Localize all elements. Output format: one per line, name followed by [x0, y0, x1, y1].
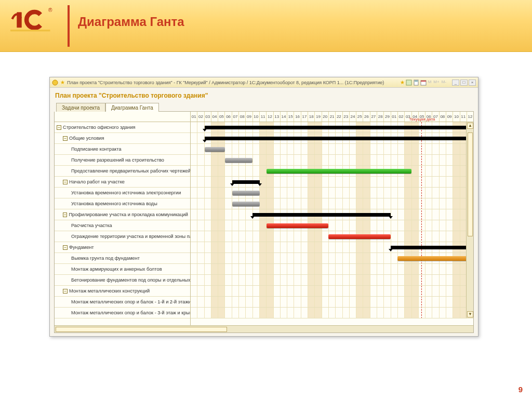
summary-bar[interactable]: [205, 137, 473, 140]
collapse-icon[interactable]: −: [63, 136, 68, 141]
task-row[interactable]: −Начало работ на участке: [55, 177, 190, 188]
app-icon: [52, 79, 58, 86]
task-row[interactable]: −Фундамент: [55, 242, 190, 253]
task-header: [55, 112, 190, 122]
task-row[interactable]: Монтаж металлических опор и балок - 1-й …: [55, 297, 190, 308]
star-icon[interactable]: ★: [400, 79, 405, 86]
tab-gantt[interactable]: Диаграмма Ганта: [105, 103, 159, 112]
vertical-scrollbar[interactable]: ▲ ▼: [466, 122, 473, 318]
svg-point-2: [52, 80, 58, 85]
horizontal-scrollbar[interactable]: [55, 325, 473, 332]
vscroll-thumb[interactable]: [468, 132, 473, 236]
task-row[interactable]: Монтаж армирующих и анкерных болтов: [55, 264, 190, 275]
task-label: Монтаж металлических конструкций: [69, 288, 150, 294]
summary-bar[interactable]: [252, 213, 390, 217]
hscroll-thumb[interactable]: [56, 327, 227, 332]
task-row[interactable]: −Монтаж металлических конструкций: [55, 286, 190, 297]
svg-rect-1: [10, 30, 50, 31]
task-label: Подписание контракта: [71, 147, 122, 152]
timeline-row: [191, 188, 473, 198]
plan-title: План проекта "Строительство торгового зд…: [55, 92, 474, 99]
collapse-icon[interactable]: −: [63, 212, 67, 217]
task-label: Монтаж армирующих и анкерных болтов: [71, 267, 162, 272]
task-label: Строительство офисного здания: [63, 125, 136, 130]
task-bar[interactable]: [267, 169, 411, 174]
task-label: Фундамент: [69, 245, 94, 250]
timeline-row: [191, 297, 473, 308]
timeline-row: [191, 231, 473, 242]
task-row[interactable]: Получение разрешений на строительство: [55, 155, 190, 166]
task-label: Предоставление предварительных рабочих ч…: [71, 168, 191, 174]
summary-bar[interactable]: [232, 180, 260, 184]
timeline-row: [191, 264, 473, 275]
task-row[interactable]: −Профилирование участка и прокладка комм…: [55, 209, 190, 220]
timeline-row: [191, 242, 473, 253]
tabs: Задачи проекта Диаграмма Ганта: [56, 102, 474, 112]
summary-bar[interactable]: [391, 246, 473, 249]
gantt-panel: −Строительство офисного здания−Общие усл…: [54, 112, 474, 333]
scroll-down-icon[interactable]: ▼: [467, 311, 473, 317]
task-label: Установка временного источника воды: [71, 201, 157, 206]
timeline-row: [191, 144, 473, 155]
scroll-up-icon[interactable]: ▲: [467, 123, 473, 129]
task-row[interactable]: Подписание контракта: [55, 144, 190, 155]
calendar-icon[interactable]: [420, 79, 427, 86]
collapse-icon[interactable]: −: [63, 180, 68, 184]
task-label: Получение разрешений на строительство: [71, 157, 164, 163]
task-label: Монтаж металлических опор и балок - 1-й …: [71, 299, 191, 304]
task-bar[interactable]: [397, 256, 473, 261]
task-bar[interactable]: [232, 202, 260, 206]
tab-tasks[interactable]: Задачи проекта: [56, 103, 105, 112]
task-label: Профилирование участка и прокладка комму…: [69, 212, 188, 217]
window-titlebar[interactable]: ★ План проекта "Строительство торгового …: [50, 77, 478, 88]
task-label: Монтаж металлических опор и балок - 3-й …: [71, 310, 191, 315]
timeline-row: [191, 177, 473, 188]
titlebar-tools: ★ M M+ M-: [400, 79, 447, 86]
task-bar[interactable]: [328, 234, 390, 239]
task-row[interactable]: Выемка грунта под фундамент: [55, 253, 190, 264]
task-bar[interactable]: [232, 191, 260, 195]
task-label: Общие условия: [69, 136, 104, 141]
today-label: Текущая дата: [409, 117, 435, 122]
summary-bar[interactable]: [205, 126, 473, 129]
task-row[interactable]: Установка временного источника электроэн…: [55, 188, 190, 198]
collapse-icon[interactable]: −: [63, 289, 68, 294]
favorite-icon[interactable]: ★: [60, 79, 65, 86]
task-bar[interactable]: [205, 147, 225, 152]
task-label: Бетонирование фундаментов под опоры и от…: [71, 277, 191, 283]
page-number: 9: [518, 385, 523, 394]
task-row[interactable]: Монтаж металлических опор и балок - 3-й …: [55, 308, 190, 318]
timeline[interactable]: 0102030405060708091011121314151617181920…: [191, 112, 473, 325]
task-row[interactable]: −Строительство офисного здания: [55, 122, 190, 133]
minimize-button[interactable]: _: [452, 79, 459, 86]
task-row[interactable]: Бетонирование фундаментов под опоры и от…: [55, 275, 190, 286]
timeline-body: Текущая дата: [191, 122, 473, 318]
collapse-icon[interactable]: −: [63, 245, 68, 250]
mem-mminus[interactable]: M-: [442, 79, 446, 86]
svg-rect-5: [415, 81, 418, 82]
task-row[interactable]: Предоставление предварительных рабочих ч…: [55, 166, 190, 177]
window-title: План проекта "Строительство торгового зд…: [67, 80, 395, 85]
timeline-row: [191, 155, 473, 166]
mem-m[interactable]: M: [428, 79, 432, 86]
svg-rect-7: [421, 81, 426, 82]
task-row[interactable]: Ограждение территории участка и временно…: [55, 231, 190, 242]
calculator-icon[interactable]: [413, 79, 419, 86]
task-bar[interactable]: [225, 158, 252, 163]
task-row[interactable]: Установка временного источника воды: [55, 198, 190, 209]
timeline-row: [191, 133, 473, 144]
slide-header: ® Диаграмма Ганта: [0, 0, 532, 52]
timeline-row: [191, 275, 473, 286]
collapse-icon[interactable]: −: [57, 125, 61, 130]
task-row[interactable]: Расчистка участка: [55, 220, 190, 231]
mem-mplus[interactable]: M+: [433, 79, 439, 86]
tool-icon-1[interactable]: [406, 79, 412, 86]
timeline-row: [191, 220, 473, 231]
task-bar[interactable]: [267, 223, 328, 228]
task-label: Расчистка участка: [71, 223, 112, 228]
close-button[interactable]: ×: [469, 79, 476, 86]
task-row[interactable]: −Общие условия: [55, 133, 190, 144]
maximize-button[interactable]: □: [460, 79, 468, 86]
logo-1c-icon: ®: [10, 5, 55, 34]
timeline-row: [191, 198, 473, 209]
